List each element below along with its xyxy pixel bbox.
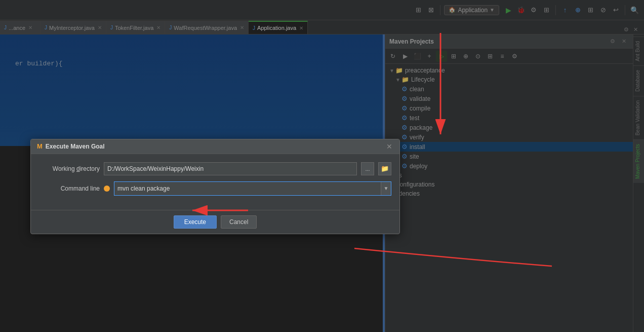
command-line-row: Command line ▼ — [39, 181, 391, 196]
dialog-footer: Execute Cancel — [31, 210, 399, 234]
cmd-indicator — [104, 186, 110, 192]
dialog-body: Working directory ... 📁 Command line ▼ — [31, 154, 399, 210]
dialog-title: M Execute Maven Goal — [37, 142, 105, 150]
working-dir-label-text: Working directory — [53, 165, 100, 172]
command-line-label-text: Command line — [61, 185, 100, 192]
working-dir-input[interactable] — [104, 162, 357, 175]
working-dir-row: Working directory ... 📁 — [39, 162, 391, 175]
dialog-close-button[interactable]: ✕ — [385, 142, 393, 151]
working-dir-label: Working directory — [39, 165, 100, 172]
dialog-title-bar: M Execute Maven Goal ✕ — [31, 139, 399, 154]
cancel-button[interactable]: Cancel — [221, 215, 257, 229]
dialog-title-label: Execute Maven Goal — [46, 143, 105, 150]
dialog-title-icon: M — [37, 142, 43, 150]
cmd-input-wrapper: ▼ — [114, 181, 391, 196]
dialog-overlay: M Execute Maven Goal ✕ Working directory… — [0, 0, 644, 332]
folder-button[interactable]: 📁 — [378, 162, 391, 175]
command-line-input[interactable] — [114, 182, 381, 195]
execute-maven-dialog: M Execute Maven Goal ✕ Working directory… — [30, 139, 400, 234]
execute-button[interactable]: Execute — [174, 215, 217, 229]
command-line-label: Command line — [39, 185, 100, 192]
browse-button[interactable]: ... — [361, 162, 374, 175]
cmd-dropdown-button[interactable]: ▼ — [381, 182, 391, 195]
